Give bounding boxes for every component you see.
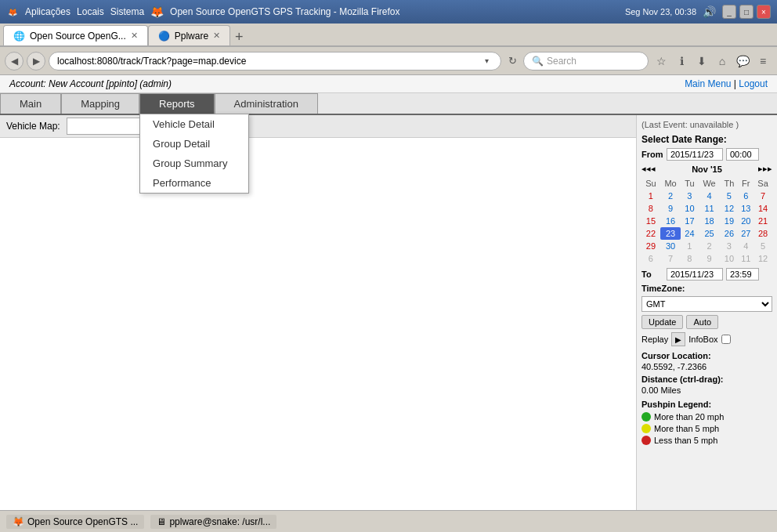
calendar-day[interactable]: 29 [641, 240, 660, 252]
calendar-day[interactable]: 8 [681, 252, 698, 265]
os-menu-sistema[interactable]: Sistema [110, 6, 144, 17]
timezone-select[interactable]: GMT [641, 296, 772, 312]
to-date-input[interactable] [667, 268, 723, 280]
main-menu-link[interactable]: Main Menu [685, 78, 731, 89]
calendar-day[interactable]: 1 [641, 190, 660, 202]
calendar-day[interactable]: 12 [754, 252, 772, 265]
calendar-day[interactable]: 8 [641, 202, 660, 215]
legend-dot-fast [641, 412, 651, 422]
infobox-checkbox[interactable] [721, 335, 731, 344]
calendar-day[interactable]: 2 [660, 190, 681, 202]
tab-close-button[interactable]: ✕ [131, 31, 138, 41]
update-button[interactable]: Update [641, 315, 683, 329]
calendar-day[interactable]: 6 [738, 190, 754, 202]
tab-mapping[interactable]: Mapping [61, 93, 139, 114]
tab-favicon: 🌐 [13, 31, 25, 42]
calendar-table: Su Mo Tu We Th Fr Sa 1234567891011121314… [641, 177, 772, 265]
calendar-day[interactable]: 30 [660, 240, 681, 252]
calendar-day[interactable]: 20 [738, 215, 754, 227]
calendar-day[interactable]: 7 [754, 190, 772, 202]
browser-tab-pplware[interactable]: 🔵 Pplware ✕ [148, 25, 230, 45]
dropdown-item-group-detail[interactable]: Group Detail [140, 134, 248, 154]
calendar-day[interactable]: 14 [754, 202, 772, 215]
dropdown-item-performance[interactable]: Performance [140, 173, 248, 193]
download-icon[interactable]: ⬇ [692, 52, 711, 71]
calendar-day[interactable]: 16 [660, 215, 681, 227]
calendar-day[interactable]: 15 [641, 215, 660, 227]
calendar-day[interactable]: 1 [681, 240, 698, 252]
calendar-day[interactable]: 10 [681, 202, 698, 215]
calendar-day[interactable]: 24 [681, 227, 698, 240]
calendar-day[interactable]: 12 [720, 202, 738, 215]
from-time-input[interactable] [726, 148, 759, 161]
calendar-day[interactable]: 26 [720, 227, 738, 240]
minimize-button[interactable]: _ [722, 5, 736, 19]
calendar-day[interactable]: 2 [699, 240, 721, 252]
cal-nav-arrows-prev[interactable]: ◂◂◂ [641, 164, 656, 174]
cal-nav-arrows-next[interactable]: ▸▸▸ [758, 164, 772, 174]
dropdown-item-group-summary[interactable]: Group Summary [140, 154, 248, 173]
browser-tab-opengts[interactable]: 🌐 Open Source OpenG... ✕ [3, 25, 148, 45]
calendar-month-label: Nov '15 [692, 165, 722, 174]
calendar-day[interactable]: 9 [660, 202, 681, 215]
cursor-section: Cursor Location: 40.5592, -7.2366 Distan… [641, 351, 772, 395]
tab-close-button[interactable]: ✕ [213, 31, 220, 41]
page-info-icon[interactable]: ℹ [672, 52, 691, 71]
from-label: From [641, 150, 663, 159]
back-button[interactable]: ◀ [5, 52, 23, 71]
legend-item-fast: More than 20 mph [641, 412, 772, 422]
calendar-day[interactable]: 19 [720, 215, 738, 227]
url-text[interactable]: localhost:8080/track/Track?page=map.devi… [57, 56, 480, 67]
audio-icon: 🔊 [703, 5, 716, 18]
calendar-day[interactable]: 18 [699, 215, 721, 227]
search-bar[interactable]: 🔍 Search [523, 52, 649, 71]
os-menu-locais[interactable]: Locais [77, 6, 104, 17]
calendar-day[interactable]: 4 [738, 240, 754, 252]
url-dropdown-button[interactable]: ▾ [480, 52, 493, 71]
system-time: Seg Nov 23, 00:38 [625, 7, 696, 16]
menu-icon[interactable]: ≡ [754, 52, 772, 71]
maximize-button[interactable]: □ [739, 5, 754, 19]
calendar-day[interactable]: 22 [641, 227, 660, 240]
auto-button[interactable]: Auto [686, 315, 718, 329]
calendar-day[interactable]: 28 [754, 227, 772, 240]
calendar-day[interactable]: 9 [699, 252, 721, 265]
titlebar: 🦊 Aplicações Locais Sistema 🦊 Open Sourc… [0, 0, 777, 24]
forward-button[interactable]: ▶ [27, 52, 45, 71]
calendar-day[interactable]: 4 [699, 190, 721, 202]
tab-main[interactable]: Main [0, 93, 61, 114]
close-button[interactable]: × [757, 5, 771, 19]
tab-administration[interactable]: Administration [215, 93, 318, 114]
calendar-day[interactable]: 11 [738, 252, 754, 265]
new-tab-button[interactable]: + [230, 29, 248, 45]
calendar-day[interactable]: 7 [660, 252, 681, 265]
dropdown-item-vehicle-detail[interactable]: Vehicle Detail [140, 114, 248, 134]
bookmark-star-icon[interactable]: ☆ [652, 52, 670, 71]
calendar-day[interactable]: 23 [660, 227, 681, 240]
tab-reports[interactable]: Reports [139, 93, 215, 114]
calendar-day[interactable]: 5 [754, 240, 772, 252]
os-menu-aplicacoes[interactable]: Aplicações [25, 6, 70, 17]
timezone-label: TimeZone: [641, 284, 772, 293]
calendar-day[interactable]: 25 [699, 227, 721, 240]
replay-play-button[interactable]: ▶ [671, 332, 685, 346]
statusbar-item-firefox[interactable]: 🦊 Open Source OpenGTS ... [6, 515, 144, 529]
calendar-day[interactable]: 3 [681, 190, 698, 202]
from-date-input[interactable] [667, 148, 723, 161]
calendar-day[interactable]: 17 [681, 215, 698, 227]
calendar-day[interactable]: 27 [738, 227, 754, 240]
cal-header-fr: Fr [738, 177, 754, 190]
calendar-day[interactable]: 11 [699, 202, 721, 215]
calendar-day[interactable]: 5 [720, 190, 738, 202]
calendar-day[interactable]: 3 [720, 240, 738, 252]
calendar-day[interactable]: 13 [738, 202, 754, 215]
logout-link[interactable]: Logout [739, 78, 768, 89]
home-icon[interactable]: ⌂ [713, 52, 732, 71]
to-time-input[interactable] [726, 268, 759, 280]
calendar-day[interactable]: 6 [641, 252, 660, 265]
reload-button[interactable]: ↻ [504, 53, 520, 69]
calendar-day[interactable]: 21 [754, 215, 772, 227]
calendar-day[interactable]: 10 [720, 252, 738, 265]
statusbar-item-terminal[interactable]: 🖥 pplware@snake: /usr/l... [150, 515, 276, 529]
chat-icon[interactable]: 💬 [733, 52, 752, 71]
